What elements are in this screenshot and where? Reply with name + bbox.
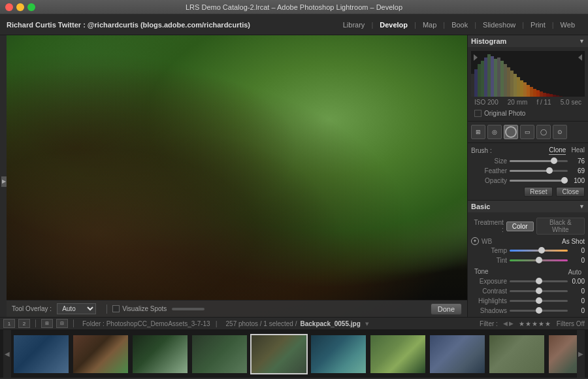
size-thumb[interactable] — [551, 157, 557, 164]
compare-view-btn[interactable]: 2 — [18, 319, 30, 328]
svg-rect-0 — [471, 74, 474, 97]
feather-thumb[interactable] — [546, 167, 553, 174]
star-3[interactable]: ★ — [532, 320, 538, 327]
nav-print[interactable]: Print — [524, 18, 552, 31]
opacity-thumb[interactable] — [561, 177, 568, 184]
thumbnail-7[interactable] — [369, 334, 427, 374]
shadows-value: 0 — [570, 307, 585, 314]
bw-treatment-btn[interactable]: Black & White — [536, 218, 585, 235]
histogram-section: ISO 200 20 mm f / 11 5.0 sec Original Ph… — [468, 49, 588, 122]
aperture-value: f / 11 — [536, 99, 551, 106]
thumbnail-5-selected[interactable] — [250, 334, 308, 374]
tone-auto-btn[interactable]: Auto — [568, 269, 581, 276]
svg-rect-11 — [507, 67, 510, 97]
heal-option[interactable]: Heal — [571, 146, 585, 155]
maximize-button[interactable] — [27, 3, 35, 11]
thumb-img-2 — [73, 335, 128, 373]
opacity-slider[interactable] — [510, 180, 568, 182]
color-treatment-btn[interactable]: Color — [506, 222, 534, 231]
highlights-slider[interactable] — [510, 300, 568, 302]
contrast-thumb[interactable] — [536, 288, 542, 294]
star-2[interactable]: ★ — [525, 320, 531, 327]
thumb-img-1 — [14, 335, 69, 373]
done-button[interactable]: Done — [431, 303, 462, 315]
thumbnail-10[interactable] — [547, 334, 577, 374]
temp-row: Temp 0 — [471, 247, 585, 254]
left-panel-expand[interactable]: ▶ — [1, 176, 7, 187]
svg-rect-4 — [484, 58, 487, 97]
divider — [106, 305, 107, 314]
size-slider[interactable] — [510, 160, 568, 162]
visualize-spots-checkbox[interactable] — [112, 305, 120, 312]
clone-option[interactable]: Clone — [549, 146, 566, 155]
star-5[interactable]: ★ — [545, 320, 551, 327]
original-photo-checkbox[interactable] — [474, 110, 482, 117]
temp-slider[interactable] — [510, 250, 568, 252]
thumbnail-4[interactable] — [191, 334, 248, 374]
loupe-view-btn[interactable]: ⊟ — [56, 319, 68, 328]
shadows-slider[interactable] — [510, 310, 568, 312]
right-panel: Histogram ▼ — [467, 35, 588, 317]
traffic-lights — [5, 3, 35, 11]
svg-rect-25 — [553, 95, 556, 97]
shadows-label: Shadows — [471, 307, 507, 314]
filmstrip-next-arrow[interactable]: ▶ — [577, 330, 585, 378]
feather-label: Feather — [471, 167, 507, 174]
thumbnail-6[interactable] — [310, 334, 367, 374]
tint-slider[interactable] — [510, 259, 568, 261]
nav-slideshow[interactable]: Slideshow — [476, 18, 522, 31]
thumbnail-1[interactable] — [12, 334, 70, 374]
prev-arrow[interactable]: ◀ — [503, 320, 508, 327]
redeye-tool-btn[interactable] — [504, 125, 518, 139]
filmstrip: ◀ ▶ — [0, 330, 588, 378]
nav-library[interactable]: Library — [336, 18, 372, 31]
tint-row: Tint 0 — [471, 257, 585, 264]
tint-thumb[interactable] — [536, 257, 542, 263]
feather-fill — [510, 170, 549, 172]
svg-rect-6 — [491, 56, 494, 97]
highlights-row: Highlights 0 — [471, 297, 585, 305]
temp-thumb[interactable] — [538, 247, 545, 254]
nav-book[interactable]: Book — [445, 18, 474, 31]
svg-rect-21 — [540, 91, 543, 97]
spot-tool-btn[interactable]: ◎ — [487, 125, 502, 139]
filename: Backpack_0055.jpg — [300, 320, 360, 327]
nav-develop[interactable]: Develop — [373, 18, 414, 31]
highlights-thumb[interactable] — [536, 297, 542, 304]
thumbnail-9[interactable] — [488, 334, 546, 374]
radial-tool-btn[interactable]: ◯ — [536, 125, 551, 139]
wb-eyedropper-icon[interactable]: ✦ — [471, 237, 479, 245]
filmstrip-prev-arrow[interactable]: ◀ — [3, 330, 11, 378]
close-button[interactable] — [5, 3, 13, 11]
adjustment-tool-btn[interactable]: ⊙ — [553, 125, 567, 139]
gradient-tool-btn[interactable]: ▭ — [520, 125, 534, 139]
exposure-thumb[interactable] — [536, 278, 542, 284]
visualize-spots-slider[interactable] — [172, 308, 204, 310]
single-view-btn[interactable]: 1 — [3, 319, 15, 328]
shadows-thumb[interactable] — [536, 307, 542, 314]
svg-rect-18 — [530, 87, 533, 97]
crop-tool-btn[interactable]: ⊞ — [471, 125, 485, 139]
basic-title: Basic — [471, 203, 490, 210]
brush-close-button[interactable]: Close — [556, 187, 585, 197]
star-1[interactable]: ★ — [519, 320, 525, 327]
thumb-img-7 — [370, 335, 425, 373]
exposure-row: Exposure 0.00 — [471, 278, 585, 285]
thumbnail-3[interactable] — [131, 334, 189, 374]
tool-overlay-select[interactable]: Auto Always Never — [57, 303, 96, 314]
contrast-slider[interactable] — [510, 290, 568, 292]
thumbnail-2[interactable] — [72, 334, 129, 374]
star-4[interactable]: ★ — [538, 320, 544, 327]
brush-reset-button[interactable]: Reset — [524, 187, 553, 197]
basic-header[interactable]: Basic ▼ — [468, 201, 588, 212]
nav-map[interactable]: Map — [416, 18, 443, 31]
feather-value: 69 — [570, 167, 585, 174]
histogram-header[interactable]: Histogram ▼ — [468, 35, 588, 47]
feather-slider[interactable] — [510, 170, 568, 172]
next-arrow[interactable]: ▶ — [509, 320, 514, 327]
nav-web[interactable]: Web — [554, 18, 581, 31]
grid-view-btn[interactable]: ⊞ — [41, 319, 53, 328]
minimize-button[interactable] — [16, 3, 24, 11]
thumbnail-8[interactable] — [429, 334, 486, 374]
exposure-slider[interactable] — [510, 280, 568, 282]
